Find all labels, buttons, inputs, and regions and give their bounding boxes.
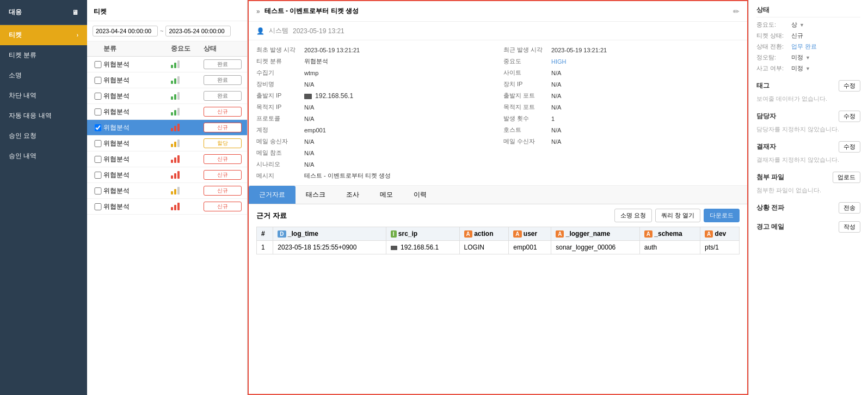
rp-status-transition-value[interactable]: 업무 완료 (791, 42, 817, 51)
ip-icon (391, 246, 397, 250)
info-value: 테스트 - 이벤트로부터 티켓 생성 (304, 172, 391, 180)
tab-evidence[interactable]: 근거자료 (249, 186, 296, 204)
summary-request-button[interactable]: 소명 요청 (614, 209, 652, 222)
info-value: N/A (551, 127, 561, 133)
upload-button[interactable]: 업로드 (833, 172, 860, 183)
sidebar-item-label: 티켓 (9, 31, 22, 40)
table-row[interactable]: 위협분석 할당 (87, 136, 247, 151)
table-row[interactable]: 위협분석 완료 (87, 72, 247, 88)
approver-edit-button[interactable]: 수정 (839, 141, 860, 153)
rp-alert-email-section: 경고 메일 작성 (756, 221, 860, 233)
date-to-input[interactable] (165, 26, 231, 37)
table-row[interactable]: 위협분석 완료 (87, 57, 247, 72)
rp-false-positive-value[interactable]: 미정 (791, 53, 803, 62)
sidebar-item-block-history[interactable]: 차단 내역 (0, 86, 87, 106)
tab-task[interactable]: 태스크 (296, 186, 336, 204)
row-checkbox[interactable] (93, 124, 103, 131)
table-row[interactable]: 위협분석 신규 (87, 167, 247, 183)
row-priority (171, 60, 204, 68)
download-button[interactable]: 다운로드 (704, 209, 740, 222)
info-label: 출발지 포트 (503, 92, 547, 100)
row-priority (171, 76, 204, 84)
row-checkbox[interactable] (93, 140, 103, 147)
sidebar-item-approve-request[interactable]: 승인 요청 (0, 126, 87, 146)
chevron-down-icon[interactable]: ▼ (805, 66, 810, 71)
rp-alert-email-title: 경고 메일 (756, 222, 784, 232)
row-checkbox[interactable] (93, 93, 103, 100)
rp-incident-value[interactable]: 미정 (791, 64, 803, 72)
row-checkbox[interactable] (93, 203, 103, 210)
sidebar-item-ticket-class[interactable]: 티켓 분류 (0, 45, 87, 65)
col-action: A action (459, 227, 509, 241)
row-priority (171, 171, 204, 179)
row-category: 위협분석 (103, 139, 171, 148)
row-priority (171, 92, 204, 100)
col-type-d-icon: D (278, 230, 286, 238)
rp-incident-row: 사고 여부: 미정 ▼ (756, 64, 860, 72)
ticket-info-grid: 최초 발생 시각 2023-05-19 13:21:21 최근 발생 시각 20… (249, 40, 747, 186)
info-collector: 수집기 wtmp (256, 69, 493, 77)
row-checkbox[interactable] (93, 156, 103, 163)
rp-status-title: 상태 (756, 5, 860, 17)
chevron-down-icon[interactable]: ▼ (805, 55, 810, 60)
cell-schema: auth (639, 241, 700, 254)
info-label: 최초 발생 시각 (256, 46, 300, 54)
row-priority (171, 155, 204, 163)
info-label: 출발지 IP (256, 92, 300, 100)
table-row[interactable]: 위협분석 신규 (87, 104, 247, 120)
tab-history[interactable]: 이력 (403, 186, 437, 204)
expand-icon[interactable]: » (256, 8, 260, 15)
table-row[interactable]: 위협분석 신규 (87, 199, 247, 215)
col-checkbox (93, 44, 103, 53)
info-value: N/A (551, 138, 561, 145)
row-checkbox[interactable] (93, 77, 103, 84)
alert-email-write-button[interactable]: 작성 (839, 221, 860, 233)
query-window-button[interactable]: 쿼리 창 열기 (655, 209, 700, 222)
info-label: 메일 참조 (256, 149, 300, 157)
row-checkbox[interactable] (93, 61, 103, 68)
info-label: 중요도 (503, 57, 547, 65)
ip-icon (304, 94, 312, 99)
info-value: N/A (304, 81, 314, 88)
rp-attachment-empty: 첨부한 파일이 없습니다. (756, 186, 860, 195)
table-row[interactable]: 위협분석 완료 (87, 88, 247, 104)
rp-importance-value[interactable]: 상 (791, 21, 797, 29)
date-from-input[interactable] (93, 26, 158, 37)
col-priority: 중요도 (171, 44, 204, 53)
edit-icon[interactable]: ✏ (733, 7, 740, 16)
escalation-send-button[interactable]: 전송 (839, 202, 860, 214)
info-value: 1 (551, 116, 555, 122)
sidebar-item-approve-history[interactable]: 승인 내역 (0, 146, 87, 166)
col-schema: A _schema (639, 227, 700, 241)
info-label: 목적지 IP (256, 103, 300, 111)
table-row[interactable]: 위협분석 신규 (87, 120, 247, 136)
info-account: 계정 emp001 (256, 126, 493, 134)
table-row[interactable]: 위협분석 신규 (87, 151, 247, 167)
assignee-edit-button[interactable]: 수정 (839, 111, 860, 122)
rp-tag-section: 태그 수정 보여줄 데이터가 없습니다. (756, 80, 860, 103)
date-separator: ~ (160, 28, 163, 34)
tag-edit-button[interactable]: 수정 (839, 80, 860, 92)
sidebar-item-ticket[interactable]: 티켓 › (0, 25, 87, 45)
row-checkbox[interactable] (93, 172, 103, 179)
sidebar-item-summary[interactable]: 소명 (0, 65, 87, 86)
table-row[interactable]: 위협분석 신규 (87, 183, 247, 199)
tabs-section: 근거자료 태스크 조사 메모 이력 근거 자료 소명 요청 쿼리 창 열기 다운… (249, 186, 747, 394)
person-icon: 👤 (256, 27, 264, 35)
status-badge: 신규 (204, 154, 242, 164)
ticket-title-text: 테스트 - 이벤트로부터 티켓 생성 (264, 7, 359, 16)
row-priority (171, 108, 204, 116)
tab-investigation[interactable]: 조사 (336, 186, 370, 204)
chevron-down-icon[interactable]: ▼ (799, 22, 804, 28)
row-checkbox[interactable] (93, 108, 103, 116)
col-type-a-icon-action: A (464, 230, 472, 238)
cell-log-time: 2023-05-18 15:25:55+0900 (273, 241, 386, 254)
tab-memo[interactable]: 메모 (370, 186, 403, 204)
rp-escalation-section: 상황 전파 전송 (756, 202, 860, 214)
sidebar-item-auto-response[interactable]: 자동 대응 내역 (0, 106, 87, 126)
info-scenario: 시나리오 N/A (256, 160, 493, 168)
status-badge: 신규 (204, 202, 242, 211)
row-checkbox[interactable] (93, 187, 103, 195)
info-value: 2023-05-19 13:21:21 (304, 47, 360, 53)
rp-ticket-status-label: 티켓 상태: (756, 32, 789, 40)
